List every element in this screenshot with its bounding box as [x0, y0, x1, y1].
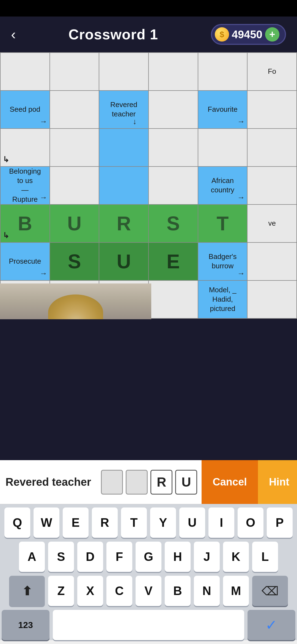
letter-box-1[interactable] [101, 470, 123, 495]
cell-3-3[interactable] [149, 167, 198, 205]
coins-amount: 49450 [232, 28, 262, 41]
arrow-right-1-4: → [237, 117, 245, 126]
cell-4-2[interactable]: R [99, 205, 149, 243]
cell-1-3[interactable] [149, 91, 198, 129]
cell-3-2[interactable] [99, 167, 149, 205]
key-I[interactable]: I [208, 507, 234, 538]
cell-2-0[interactable]: ↳ [1, 129, 50, 167]
cell-2-2[interactable] [99, 129, 149, 167]
cell-1-1[interactable] [50, 91, 100, 129]
backspace-key[interactable]: ⌫ [252, 576, 288, 606]
key-C[interactable]: C [106, 576, 132, 606]
cell-4-0[interactable]: B ↳ [1, 205, 50, 243]
keyboard: Q W E R T Y U I O P A S D F G H J K L ⬆ … [0, 504, 297, 640]
confirm-key[interactable]: ✓ [248, 610, 295, 640]
page-title: Crossword 1 [68, 26, 158, 43]
key-H[interactable]: H [165, 542, 191, 572]
arrow-right-5-0: → [40, 269, 47, 278]
cell-3-5[interactable] [248, 167, 297, 205]
key-U[interactable]: U [179, 507, 205, 538]
cell-5-1[interactable]: S [50, 243, 100, 281]
key-J[interactable]: J [194, 542, 220, 572]
keyboard-row-2: A S D F G H J K L [2, 542, 295, 572]
cell-5-3[interactable]: E [149, 243, 198, 281]
cell-6-5[interactable] [248, 281, 297, 319]
answer-boxes: R U [101, 470, 197, 495]
coins-badge: $ 49450 + [211, 24, 286, 45]
arrow-bl-2-0: ↳ [3, 155, 9, 164]
space-key[interactable] [53, 610, 244, 640]
cell-2-5[interactable] [248, 129, 297, 167]
cell-4-1[interactable]: U [50, 205, 100, 243]
cell-0-0[interactable] [1, 53, 50, 91]
cell-1-2[interactable]: Reveredteacher ↓ [99, 91, 149, 129]
arrow-right-3-4: → [237, 193, 245, 202]
back-button[interactable]: ‹ [11, 26, 16, 43]
cell-5-4[interactable]: Badger'sburrow → [198, 243, 248, 281]
cell-0-4[interactable] [198, 53, 248, 91]
cell-0-2[interactable] [99, 53, 149, 91]
active-clue-text: Revered teacher [6, 476, 91, 488]
cell-2-4[interactable] [198, 129, 248, 167]
cell-6-4[interactable]: Model, _Hadid,pictured [198, 281, 248, 319]
cell-4-5[interactable]: ve [248, 205, 297, 243]
check-icon: ✓ [265, 617, 277, 633]
hair-image [48, 294, 103, 319]
key-Z[interactable]: Z [48, 576, 74, 606]
arrow-bl-4-0: ↳ [3, 231, 9, 240]
key-P[interactable]: P [267, 507, 293, 538]
letter-box-2[interactable] [126, 470, 148, 495]
key-A[interactable]: A [19, 542, 45, 572]
key-T[interactable]: T [121, 507, 147, 538]
shift-key[interactable]: ⬆ [9, 576, 45, 606]
key-G[interactable]: G [136, 542, 161, 572]
key-D[interactable]: D [77, 542, 103, 572]
cell-5-5[interactable] [248, 243, 297, 281]
status-bar [0, 0, 297, 17]
cell-3-4[interactable]: Africancountry → [198, 167, 248, 205]
key-F[interactable]: F [106, 542, 132, 572]
cell-0-3[interactable] [149, 53, 198, 91]
key-O[interactable]: O [238, 507, 263, 538]
coin-icon: $ [215, 27, 229, 42]
cell-6-3[interactable] [149, 281, 198, 319]
letter-box-3[interactable]: R [150, 470, 172, 495]
key-V[interactable]: V [136, 576, 161, 606]
hint-button[interactable]: Hint [258, 460, 297, 504]
header: ‹ Crossword 1 $ 49450 + [0, 17, 297, 52]
key-K[interactable]: K [223, 542, 249, 572]
key-Q[interactable]: Q [4, 507, 30, 538]
cell-4-4[interactable]: T [198, 205, 248, 243]
cell-0-5[interactable]: Fo [248, 53, 297, 91]
crossword-grid: Fo Seed pod → Reveredteacher ↓ Favourite… [0, 52, 297, 319]
cell-1-5[interactable] [248, 91, 297, 129]
cell-1-0[interactable]: Seed pod → [1, 91, 50, 129]
key-M[interactable]: M [223, 576, 249, 606]
key-L[interactable]: L [252, 542, 278, 572]
cell-2-1[interactable] [50, 129, 100, 167]
key-Y[interactable]: Y [150, 507, 176, 538]
arrow-down-1-2: ↓ [133, 117, 137, 126]
cell-0-1[interactable] [50, 53, 100, 91]
cell-5-0[interactable]: Prosecute → [1, 243, 50, 281]
cell-3-0[interactable]: Belongingto us—Rupture → [1, 167, 50, 205]
numbers-key[interactable]: 123 [2, 610, 50, 640]
key-X[interactable]: X [77, 576, 103, 606]
key-B[interactable]: B [165, 576, 191, 606]
cell-2-3[interactable] [149, 129, 198, 167]
add-coins-button[interactable]: + [265, 27, 279, 42]
cell-5-2[interactable]: U [99, 243, 149, 281]
bottom-panel: Revered teacher R U Cancel Hint Okay Q W… [0, 460, 297, 644]
letter-box-4[interactable]: U [175, 470, 197, 495]
cell-4-3[interactable]: S [149, 205, 198, 243]
key-N[interactable]: N [194, 576, 220, 606]
key-E[interactable]: E [63, 507, 89, 538]
cancel-button[interactable]: Cancel [202, 460, 258, 504]
key-W[interactable]: W [34, 507, 59, 538]
arrow-right-3-0: → [40, 193, 47, 202]
key-R[interactable]: R [92, 507, 118, 538]
keyboard-row-4: 123 ✓ [2, 610, 295, 640]
cell-3-1[interactable] [50, 167, 100, 205]
key-S[interactable]: S [48, 542, 74, 572]
cell-1-4[interactable]: Favourite → [198, 91, 248, 129]
